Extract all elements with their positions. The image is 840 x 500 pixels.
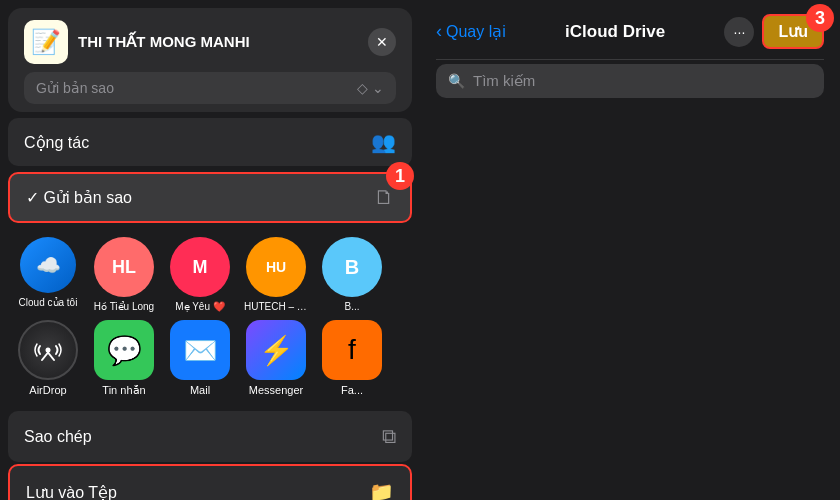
contact-cloud[interactable]: ☁️ Cloud của tôi xyxy=(16,237,80,312)
icloud-content xyxy=(420,106,840,500)
contact-ho-avatar: HL xyxy=(94,237,154,297)
contact-hutech[interactable]: HU HUTECH – Quản Trị KD… xyxy=(244,237,308,312)
contact-hutech-label: HUTECH – Quản Trị KD… xyxy=(244,301,308,312)
cong-tac-row[interactable]: Cộng tác 👥 xyxy=(8,118,412,166)
right-actions: ··· Lưu 3 xyxy=(724,14,824,49)
contact-b-avatar: B xyxy=(322,237,382,297)
contact-me-label: Mẹ Yêu ❤️ xyxy=(175,301,225,312)
app-icon: 📝 xyxy=(24,20,68,64)
partial-label: Fa... xyxy=(341,384,363,396)
share-airdrop[interactable]: AirDrop xyxy=(16,320,80,397)
search-bar[interactable]: 🔍 Tìm kiếm xyxy=(436,64,824,98)
share-title-row: 📝 THI THẤT MONG MANHI ✕ xyxy=(24,20,396,64)
back-chevron-icon: ‹ xyxy=(436,21,442,42)
share-app-info: 📝 THI THẤT MONG MANHI xyxy=(24,20,250,64)
contact-cloud-label: Cloud của tôi xyxy=(19,297,78,308)
cong-tac-label: Cộng tác xyxy=(24,133,89,152)
airdrop-icon xyxy=(18,320,78,380)
mail-label: Mail xyxy=(190,384,210,396)
gui-ban-sao-row[interactable]: ✓ Gửi bản sao 🗋 1 xyxy=(8,172,412,223)
share-partial[interactable]: f Fa... xyxy=(320,320,384,397)
airdrop-label: AirDrop xyxy=(29,384,66,396)
luu-vao-tep-row[interactable]: Lưu vào Tệp 📁 2 xyxy=(8,464,412,500)
dots-icon: ··· xyxy=(734,24,746,40)
sao-chep-label: Sao chép xyxy=(24,428,92,446)
partial-icon: f xyxy=(322,320,382,380)
contact-hutech-avatar: HU xyxy=(246,237,306,297)
send-copy-label: Gửi bản sao xyxy=(36,80,114,96)
gui-ban-sao-icon: 🗋 xyxy=(374,186,394,209)
back-button[interactable]: ‹ Quay lại xyxy=(436,21,506,42)
contact-ho[interactable]: HL Hồ Tiểu Long xyxy=(92,237,156,312)
badge-1: 1 xyxy=(386,162,414,190)
icloud-drive-title: iCloud Drive xyxy=(506,22,725,42)
luu-label: Lưu xyxy=(778,23,808,40)
contact-me-avatar: M xyxy=(170,237,230,297)
more-options-button[interactable]: ··· xyxy=(724,17,754,47)
contact-me[interactable]: M Mẹ Yêu ❤️ xyxy=(168,237,232,312)
search-placeholder: Tìm kiếm xyxy=(473,72,535,90)
right-header: ‹ Quay lại iCloud Drive ··· Lưu 3 xyxy=(420,0,840,59)
luu-icon: 📁 xyxy=(369,480,394,500)
mail-icon: ✉️ xyxy=(170,320,230,380)
share-sheet-panel: 📝 THI THẤT MONG MANHI ✕ Gửi bản sao ◇ ⌄ … xyxy=(0,0,420,500)
contacts-row: ☁️ Cloud của tôi HL Hồ Tiểu Long M Mẹ Yê… xyxy=(8,237,412,312)
messages-icon: 💬 xyxy=(94,320,154,380)
luu-button[interactable]: Lưu 3 xyxy=(762,14,824,49)
share-apps-row: AirDrop 💬 Tin nhắn ✉️ Mail ⚡ Messenger f… xyxy=(8,320,412,397)
gui-ban-sao-label: ✓ Gửi bản sao xyxy=(26,188,132,207)
messenger-icon: ⚡ xyxy=(246,320,306,380)
contact-b-label: B... xyxy=(344,301,359,312)
search-icon: 🔍 xyxy=(448,73,465,89)
send-copy-row[interactable]: Gửi bản sao ◇ ⌄ xyxy=(24,72,396,104)
send-copy-chevron: ◇ ⌄ xyxy=(357,80,384,96)
icloud-drive-panel: ‹ Quay lại iCloud Drive ··· Lưu 3 🔍 Tìm … xyxy=(420,0,840,500)
close-button[interactable]: ✕ xyxy=(368,28,396,56)
share-messages[interactable]: 💬 Tin nhắn xyxy=(92,320,156,397)
header-divider xyxy=(436,59,824,60)
app-name: THI THẤT MONG MANHI xyxy=(78,33,250,51)
share-mail[interactable]: ✉️ Mail xyxy=(168,320,232,397)
cloud-avatar: ☁️ xyxy=(20,237,76,293)
share-header: 📝 THI THẤT MONG MANHI ✕ Gửi bản sao ◇ ⌄ xyxy=(8,8,412,112)
messages-label: Tin nhắn xyxy=(102,384,145,397)
contact-ho-label: Hồ Tiểu Long xyxy=(94,301,154,312)
share-apps-section: AirDrop 💬 Tin nhắn ✉️ Mail ⚡ Messenger f… xyxy=(0,320,420,405)
back-label: Quay lại xyxy=(446,22,506,41)
cong-tac-icon: 👥 xyxy=(371,130,396,154)
share-messenger[interactable]: ⚡ Messenger xyxy=(244,320,308,397)
contacts-section: ☁️ Cloud của tôi HL Hồ Tiểu Long M Mẹ Yê… xyxy=(0,227,420,320)
sao-chep-row[interactable]: Sao chép ⧉ xyxy=(8,411,412,462)
badge-3: 3 xyxy=(806,4,834,32)
sao-chep-icon: ⧉ xyxy=(382,425,396,448)
contact-b[interactable]: B B... xyxy=(320,237,384,312)
messenger-label: Messenger xyxy=(249,384,303,396)
luu-vao-tep-label: Lưu vào Tệp xyxy=(26,483,117,501)
action-rows: Sao chép ⧉ Lưu vào Tệp 📁 2 xyxy=(8,411,412,500)
